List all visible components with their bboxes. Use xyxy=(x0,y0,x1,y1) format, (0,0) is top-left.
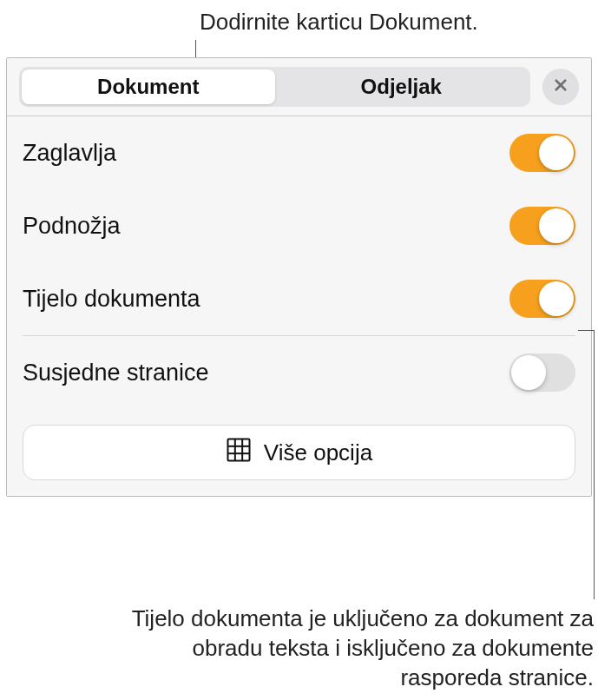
toggle-facing-pages[interactable] xyxy=(509,353,575,392)
close-icon xyxy=(553,77,568,96)
tab-section[interactable]: Odjeljak xyxy=(275,69,529,104)
toggle-knob xyxy=(539,208,574,243)
document-settings-panel: Dokument Odjeljak Zaglavlja Podnožja xyxy=(6,57,592,497)
row-headers: Zaglavlja xyxy=(23,116,575,189)
label-footers: Podnožja xyxy=(23,213,121,240)
row-facing-pages: Susjedne stranice xyxy=(23,336,575,409)
more-options-button[interactable]: Više opcija xyxy=(23,425,575,480)
row-footers: Podnožja xyxy=(23,189,575,262)
callout-leader-line-right-v xyxy=(594,330,595,599)
segmented-control: Dokument Odjeljak xyxy=(19,67,530,107)
toggle-headers[interactable] xyxy=(509,134,575,172)
row-document-body: Tijelo dokumenta xyxy=(23,262,575,335)
toggle-knob xyxy=(511,355,546,390)
label-document-body: Tijelo dokumenta xyxy=(23,286,200,313)
close-button[interactable] xyxy=(542,69,579,105)
callout-top-text: Dodirnite karticu Dokument. xyxy=(200,9,478,36)
label-facing-pages: Susjedne stranice xyxy=(23,360,209,386)
toggle-knob xyxy=(539,281,574,316)
label-headers: Zaglavlja xyxy=(23,140,116,167)
toggle-knob xyxy=(539,135,574,170)
tab-document[interactable]: Dokument xyxy=(22,69,275,104)
more-options-label: Više opcija xyxy=(264,439,372,466)
svg-rect-2 xyxy=(227,439,249,460)
callout-bottom-text: Tijelo dokumenta je uključeno za dokumen… xyxy=(104,604,594,692)
toggle-document-body[interactable] xyxy=(509,280,575,318)
tab-bar: Dokument Odjeljak xyxy=(7,67,591,116)
grid-icon xyxy=(226,437,252,469)
settings-rows: Zaglavlja Podnožja Tijelo dokumenta Susj… xyxy=(7,116,591,409)
toggle-footers[interactable] xyxy=(509,207,575,245)
callout-leader-line-right-h xyxy=(578,330,594,331)
